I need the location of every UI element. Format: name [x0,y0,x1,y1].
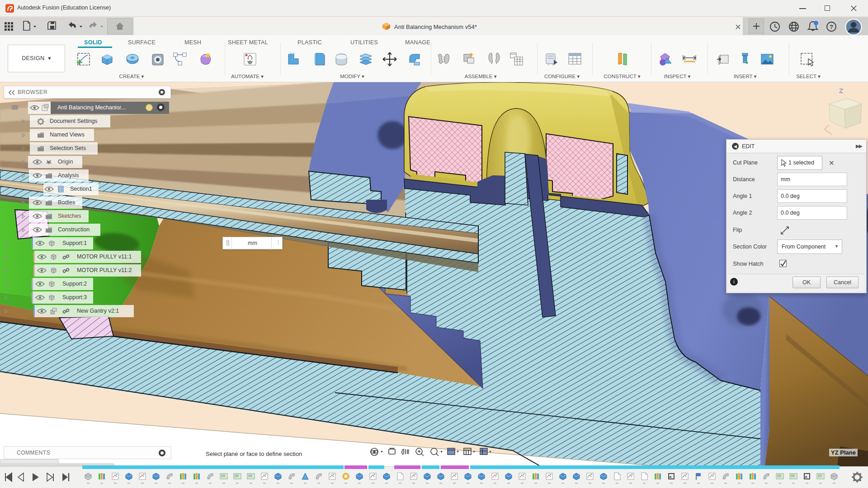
svg-text:Z: Z [839,87,843,94]
svg-text:?: ? [830,23,833,30]
